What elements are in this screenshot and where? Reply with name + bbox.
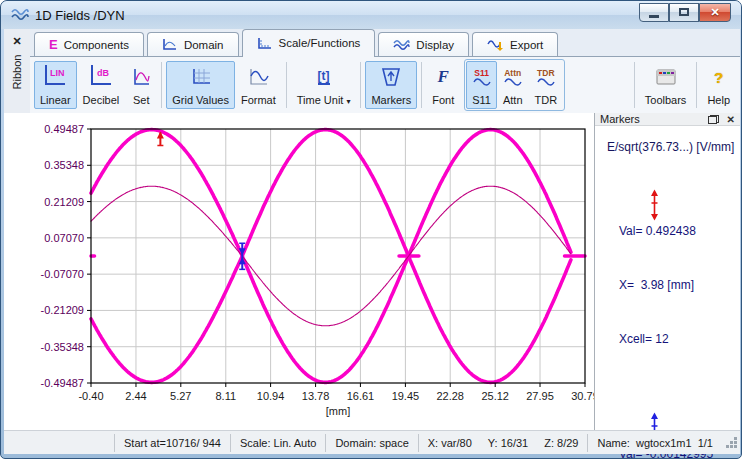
tab-components[interactable]: E Components xyxy=(34,32,144,56)
export-wave-icon xyxy=(487,33,504,57)
title-bar[interactable]: 1D Fields /DYN ✕ xyxy=(1,1,742,29)
markers-icon xyxy=(379,65,403,89)
markers-panel: Markers ✕ E/sqrt(376.73...) [V/mm] Val= … xyxy=(594,113,740,430)
time-unit-icon: [t] xyxy=(318,65,330,89)
svg-text:[mm]: [mm] xyxy=(326,405,350,417)
markers-button[interactable]: Markers xyxy=(365,61,417,109)
maximize-button[interactable] xyxy=(669,3,699,22)
status-x: X: var/80 xyxy=(428,437,472,449)
svg-text:16.61: 16.61 xyxy=(347,390,375,402)
ribbon-strip-label: Ribbon xyxy=(11,55,23,90)
svg-text:30.79: 30.79 xyxy=(571,390,594,402)
svg-text:25.12: 25.12 xyxy=(481,390,509,402)
tab-label: Components xyxy=(64,39,129,51)
tab-label: Domain xyxy=(184,39,224,51)
content-region: -0.402.445.278.1110.9413.7816.6119.4522.… xyxy=(4,113,740,430)
svg-text:-0.49487: -0.49487 xyxy=(41,377,84,389)
tab-label: Scale/Functions xyxy=(279,37,361,49)
minimize-icon xyxy=(649,15,659,18)
markers-panel-title: Markers xyxy=(600,113,640,125)
domain-axis-icon xyxy=(162,33,178,57)
linear-axis-icon: LIN xyxy=(45,65,65,85)
svg-text:0.07070: 0.07070 xyxy=(44,232,84,244)
tab-scale-functions[interactable]: Scale/Functions xyxy=(242,29,376,56)
dropdown-caret-icon: ▾ xyxy=(346,97,350,106)
svg-text:27.95: 27.95 xyxy=(526,390,554,402)
plot-area[interactable]: -0.402.445.278.1110.9413.7816.6119.4522.… xyxy=(4,113,594,430)
status-xyz: X: var/80 Y: 16/31 Z: 8/29 xyxy=(418,434,588,452)
svg-text:5.27: 5.27 xyxy=(170,390,191,402)
wave-display-icon xyxy=(393,33,410,57)
toolbars-button[interactable]: Toolbars xyxy=(639,61,693,109)
set-scale-icon xyxy=(131,65,151,89)
toolbar-separator xyxy=(161,62,162,108)
window-title: 1D Fields /DYN xyxy=(35,8,125,23)
markers-panel-body: E/sqrt(376.73...) [V/mm] Val= 0.492438 X… xyxy=(595,126,740,459)
minimize-button[interactable] xyxy=(639,3,669,22)
marker1-xcell: Xcell= 12 xyxy=(619,330,736,348)
font-button[interactable]: F Font xyxy=(426,61,460,109)
toolbar-separator xyxy=(360,62,361,108)
format-icon xyxy=(247,65,269,89)
help-button[interactable]: ? Help xyxy=(701,61,736,109)
s11-button[interactable]: S11 S11 xyxy=(466,61,497,109)
svg-text:2.44: 2.44 xyxy=(125,390,146,402)
panel-close-icon[interactable]: ✕ xyxy=(727,114,735,125)
markers-panel-header[interactable]: Markers ✕ xyxy=(595,113,740,126)
svg-text:-0.07070: -0.07070 xyxy=(41,268,84,280)
help-icon: ? xyxy=(714,65,723,89)
attn-button[interactable]: Attn Attn xyxy=(497,61,529,109)
linear-button[interactable]: LIN Linear xyxy=(34,61,77,109)
decibel-button[interactable]: dB Decibel xyxy=(77,61,126,109)
svg-text:0.35348: 0.35348 xyxy=(44,159,84,171)
tab-domain[interactable]: Domain xyxy=(147,32,239,56)
ribbon-toolbar: LIN Linear dB Decibel Set Grid Values xyxy=(4,56,740,113)
status-bar: Start at=10716/ 944 Scale: Lin. Auto Dom… xyxy=(4,430,740,454)
tab-export[interactable]: Export xyxy=(472,32,558,56)
s11-attn-tdr-group: S11 S11 Attn Attn TDR xyxy=(464,59,565,111)
toolbar-separator xyxy=(286,62,287,108)
svg-text:13.78: 13.78 xyxy=(302,390,330,402)
status-domain: Domain: space xyxy=(325,434,417,452)
svg-text:0.49487: 0.49487 xyxy=(44,123,84,135)
grid-values-icon xyxy=(190,65,212,89)
close-button[interactable]: ✕ xyxy=(699,3,731,22)
marker1-arrow-icon xyxy=(603,171,659,244)
time-unit-button[interactable]: [t] Time Unit▾ xyxy=(291,61,357,109)
toolbars-icon xyxy=(655,65,677,89)
svg-text:22.28: 22.28 xyxy=(436,390,464,402)
app-window: 1D Fields /DYN ✕ E Components Domain xyxy=(0,0,742,459)
tab-label: Display xyxy=(416,39,454,51)
tab-display[interactable]: Display xyxy=(378,32,469,56)
s11-wave-icon: S11 xyxy=(473,65,491,89)
toolbar-separator xyxy=(421,62,422,108)
grid-values-button[interactable]: Grid Values xyxy=(166,61,235,109)
close-icon: ✕ xyxy=(710,6,719,19)
tab-label: Export xyxy=(510,39,543,51)
status-start-at: Start at=10716/ 944 xyxy=(114,434,230,452)
svg-text:-0.40: -0.40 xyxy=(78,390,103,402)
tdr-wave-icon: TDR xyxy=(537,65,555,89)
ribbon-tab-strip: E Components Domain Scale/Functions Dis xyxy=(4,29,740,56)
ribbon-close-icon[interactable]: ✕ xyxy=(12,35,21,48)
svg-text:10.94: 10.94 xyxy=(257,390,285,402)
svg-text:19.45: 19.45 xyxy=(392,390,420,402)
decibel-axis-icon: dB xyxy=(91,65,111,85)
maximize-icon xyxy=(679,8,689,16)
toolbar-separator xyxy=(696,62,697,108)
format-button[interactable]: Format xyxy=(235,61,282,109)
set-button[interactable]: Set xyxy=(125,61,157,109)
scale-axis-icon xyxy=(257,31,273,55)
status-scale: Scale: Lin. Auto xyxy=(230,434,325,452)
ribbon-side-strip[interactable]: ✕ Ribbon xyxy=(4,29,30,113)
attn-wave-icon: Attn xyxy=(504,65,522,89)
status-y: Y: 16/31 xyxy=(488,437,528,449)
resize-grip[interactable] xyxy=(726,435,740,451)
float-panel-icon[interactable] xyxy=(708,115,719,124)
tdr-button[interactable]: TDR TDR xyxy=(529,61,564,109)
status-name: Name: wgtocx1m1 1/1 xyxy=(587,434,722,452)
signal-label: E/sqrt(376.73...) [V/mm] xyxy=(607,138,736,156)
toolbar-separator xyxy=(634,62,635,108)
svg-text:-0.21209: -0.21209 xyxy=(41,304,84,316)
app-wave-icon xyxy=(11,8,29,22)
